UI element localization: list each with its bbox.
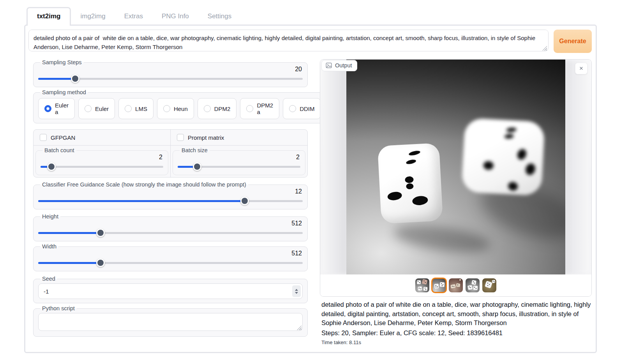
generate-button[interactable]: Generate: [554, 30, 592, 53]
sampling-steps-slider[interactable]: [38, 74, 303, 83]
height-value: 512: [38, 220, 303, 229]
seed-label: Seed: [40, 276, 57, 282]
spinner-down-icon[interactable]: [295, 292, 298, 294]
cfg-scale-label: Classifier Free Guidance Scale (how stro…: [40, 181, 248, 188]
batch-size-slider-handle[interactable]: [193, 162, 201, 171]
caption-time-taken: Time taken: 8.11s: [321, 339, 592, 346]
gfpgan-checkbox[interactable]: GFPGAN: [34, 130, 170, 146]
radio-heun[interactable]: Heun: [157, 98, 194, 119]
radio-label: Euler: [95, 106, 109, 112]
cfg-scale-slider-handle[interactable]: [240, 197, 249, 205]
sampling-steps-value: 20: [38, 66, 303, 74]
width-slider-handle[interactable]: [96, 258, 105, 267]
height-slider[interactable]: [38, 229, 303, 237]
seed-spinner[interactable]: [292, 285, 301, 297]
sampling-steps-slider-handle[interactable]: [71, 74, 79, 83]
radio-dot-icon: [163, 105, 170, 112]
spinner-up-icon[interactable]: [295, 289, 298, 291]
batch-size-value: 2: [178, 154, 300, 162]
height-label: Height: [40, 213, 60, 220]
batch-size-label: Batch size: [180, 147, 210, 153]
app-window: txt2img img2img Extras PNG Info Settings…: [24, 6, 597, 353]
sampling-method-group: Sampling method Euler a Euler LMS Heun D…: [33, 89, 368, 123]
radio-dpm2[interactable]: DPM2: [198, 98, 237, 119]
batch-count-slider-handle[interactable]: [47, 162, 56, 171]
generation-info: detailed photo of a pair of white die on…: [320, 300, 592, 346]
height-slider-handle[interactable]: [96, 229, 105, 237]
close-button[interactable]: ×: [575, 63, 587, 74]
gfpgan-label: GFPGAN: [51, 134, 75, 141]
radio-ddim[interactable]: DDIM: [283, 98, 321, 119]
radio-label: LMS: [135, 106, 147, 112]
python-script-input[interactable]: [38, 313, 303, 331]
prompt-matrix-label: Prompt matrix: [188, 134, 224, 141]
tab-settings[interactable]: Settings: [198, 8, 241, 25]
checkbox-icon: [40, 134, 47, 141]
python-script-group: Python script: [33, 305, 308, 337]
output-gallery: Output ×: [320, 59, 592, 297]
radio-euler-a[interactable]: Euler a: [38, 98, 75, 119]
tab-txt2img[interactable]: txt2img: [26, 7, 71, 26]
tab-img2img[interactable]: img2img: [71, 8, 115, 25]
prompt-row: detailed photo of a pair of white die on…: [28, 29, 592, 53]
die-left: [378, 143, 443, 224]
radio-label: DPM2: [214, 106, 231, 112]
prompt-matrix-checkbox[interactable]: Prompt matrix: [171, 130, 307, 146]
checkbox-icon: [177, 134, 184, 141]
tab-bar: txt2img img2img Extras PNG Info Settings: [24, 6, 597, 25]
thumbnail-5[interactable]: [482, 278, 496, 292]
sampling-steps-group: Sampling Steps 20: [33, 59, 308, 87]
sampling-steps-label: Sampling Steps: [40, 59, 84, 65]
width-label: Width: [40, 243, 58, 250]
image-icon: [326, 62, 332, 69]
die-right: [461, 118, 545, 196]
tab-png-info[interactable]: PNG Info: [152, 8, 198, 25]
radio-label: DDIM: [300, 106, 314, 112]
settings-column: Sampling Steps 20 Sampling method Euler …: [33, 59, 308, 346]
sampling-method-label: Sampling method: [40, 89, 88, 95]
caption-prompt: detailed photo of a pair of white die on…: [321, 300, 592, 328]
generated-image[interactable]: [346, 60, 565, 274]
cfg-scale-group: Classifier Free Guidance Scale (how stro…: [33, 181, 308, 209]
output-badge-label: Output: [335, 62, 352, 69]
python-script-label: Python script: [40, 305, 77, 311]
batch-size-slider[interactable]: [178, 162, 300, 171]
radio-label: Euler a: [55, 102, 69, 115]
radio-lms[interactable]: LMS: [118, 98, 153, 119]
batch-size-group: Batch size 2: [173, 147, 305, 175]
radio-dot-icon: [289, 105, 296, 112]
thumbnail-4[interactable]: [466, 278, 480, 292]
batch-count-group: Batch count 2: [35, 147, 168, 175]
radio-dot-icon: [246, 105, 253, 112]
radio-dpm2-a[interactable]: DPM2 a: [240, 98, 279, 119]
prompt-input[interactable]: detailed photo of a pair of white die on…: [28, 30, 549, 51]
output-image-area: [320, 60, 591, 274]
batch-options-panel: GFPGAN Batch count 2: [33, 129, 308, 178]
radio-dot-icon: [44, 105, 51, 112]
width-value: 512: [38, 250, 303, 258]
batch-count-slider[interactable]: [41, 162, 163, 171]
seed-input[interactable]: [38, 283, 303, 299]
thumbnail-3[interactable]: [449, 278, 463, 292]
radio-label: DPM2 a: [257, 102, 273, 115]
radio-dot-icon: [204, 105, 211, 112]
cfg-scale-value: 12: [38, 188, 303, 197]
radio-dot-icon: [125, 105, 132, 112]
radio-euler[interactable]: Euler: [78, 98, 115, 119]
width-group: Width 512: [33, 243, 308, 271]
width-slider[interactable]: [38, 258, 303, 267]
height-group: Height 512: [33, 213, 308, 241]
thumbnail-2-selected[interactable]: [432, 278, 446, 292]
txt2img-panel: detailed photo of a pair of white die on…: [24, 25, 597, 353]
cfg-scale-slider[interactable]: [38, 197, 303, 205]
seed-group: Seed: [33, 276, 308, 303]
radio-dot-icon: [85, 105, 92, 112]
blurred-edge-left: [320, 60, 348, 274]
tab-extras[interactable]: Extras: [115, 8, 152, 25]
thumbnail-1[interactable]: [415, 278, 429, 292]
caption-parameters: Steps: 20, Sampler: Euler a, CFG scale: …: [321, 329, 592, 338]
output-column: Output ×: [320, 59, 592, 346]
output-badge: Output: [321, 60, 357, 71]
thumbnail-strip: [320, 274, 591, 296]
sampling-method-options: Euler a Euler LMS Heun DPM2 DPM2 a DDIM …: [38, 96, 363, 119]
